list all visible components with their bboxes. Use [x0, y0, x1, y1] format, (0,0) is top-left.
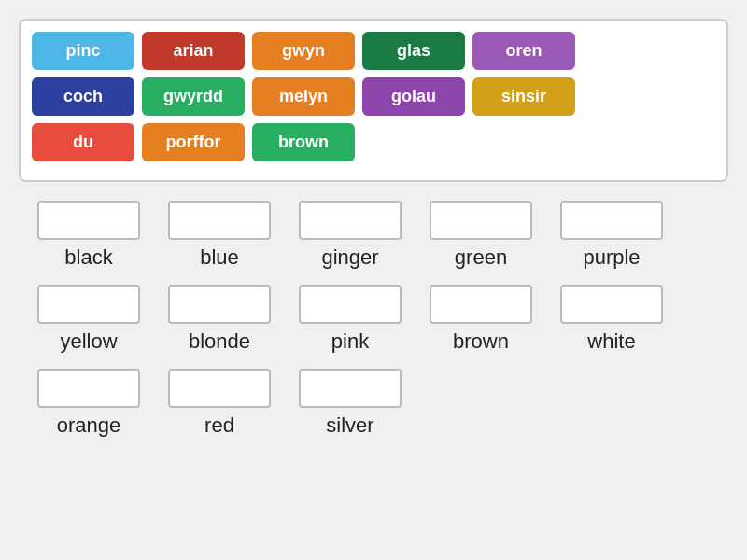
- answer-box-green[interactable]: [430, 201, 532, 240]
- answer-label-silver: silver: [326, 413, 374, 438]
- answer-label-red: red: [204, 413, 234, 438]
- word-tag-porffor[interactable]: porffor: [142, 123, 245, 161]
- answer-label-white: white: [587, 329, 635, 354]
- answer-row-1: yellowblondepinkbrownwhite: [28, 285, 719, 354]
- answer-label-blonde: blonde: [189, 329, 250, 354]
- answer-item-purple: purple: [551, 201, 672, 270]
- answer-row-0: blackbluegingergreenpurple: [28, 201, 719, 270]
- answer-item-green: green: [420, 201, 542, 270]
- word-tag-melyn[interactable]: melyn: [252, 77, 355, 116]
- answer-group-2: orangeredsilver: [28, 369, 719, 438]
- answer-item-black: black: [28, 201, 149, 270]
- answer-section: blackbluegingergreenpurpleyellowblondepi…: [19, 201, 728, 438]
- answer-label-yellow: yellow: [60, 329, 117, 354]
- word-tag-coch[interactable]: coch: [32, 77, 134, 116]
- answer-box-purple[interactable]: [560, 201, 663, 240]
- answer-label-ginger: ginger: [321, 245, 378, 270]
- answer-label-green: green: [455, 245, 507, 270]
- answer-item-ginger: ginger: [289, 201, 411, 270]
- word-tag-du[interactable]: du: [32, 123, 134, 161]
- word-tag-brown[interactable]: brown: [252, 123, 355, 161]
- answer-group-1: yellowblondepinkbrownwhite: [28, 285, 719, 354]
- answer-label-black: black: [64, 245, 112, 270]
- main-container: pincariangwynglasorencochgwyrddmelyngola…: [19, 19, 728, 453]
- word-tag-golau[interactable]: golau: [362, 77, 465, 116]
- answer-label-pink: pink: [331, 329, 369, 354]
- word-bank-row-1: cochgwyrddmelyngolausinsir: [32, 77, 715, 116]
- answer-item-brown: brown: [420, 285, 542, 354]
- word-tag-sinsir[interactable]: sinsir: [472, 77, 575, 116]
- answer-item-blonde: blonde: [159, 285, 280, 354]
- word-tag-gwyn[interactable]: gwyn: [252, 32, 355, 70]
- answer-label-orange: orange: [57, 413, 121, 438]
- answer-box-pink[interactable]: [299, 285, 402, 324]
- answer-item-blue: blue: [159, 201, 280, 270]
- word-bank-row-2: duporfforbrown: [32, 123, 715, 161]
- answer-box-orange[interactable]: [37, 369, 140, 408]
- answer-item-silver: silver: [289, 369, 411, 438]
- answer-item-orange: orange: [28, 369, 149, 438]
- word-bank: pincariangwynglasorencochgwyrddmelyngola…: [19, 19, 728, 182]
- answer-row-2: orangeredsilver: [28, 369, 719, 438]
- word-tag-pinc[interactable]: pinc: [32, 32, 134, 70]
- word-tag-arian[interactable]: arian: [142, 32, 245, 70]
- word-tag-oren[interactable]: oren: [472, 32, 575, 70]
- word-tag-glas[interactable]: glas: [362, 32, 465, 70]
- answer-item-pink: pink: [289, 285, 411, 354]
- answer-box-blonde[interactable]: [168, 285, 271, 324]
- answer-box-black[interactable]: [37, 201, 140, 240]
- answer-label-purple: purple: [583, 245, 640, 270]
- answer-group-0: blackbluegingergreenpurple: [28, 201, 719, 270]
- word-bank-row-0: pincariangwynglasoren: [32, 32, 715, 70]
- answer-box-silver[interactable]: [299, 369, 402, 408]
- answer-box-white[interactable]: [560, 285, 663, 324]
- answer-item-yellow: yellow: [28, 285, 149, 354]
- answer-label-blue: blue: [200, 245, 239, 270]
- word-tag-gwyrdd[interactable]: gwyrdd: [142, 77, 245, 116]
- answer-item-red: red: [159, 369, 280, 438]
- answer-box-blue[interactable]: [168, 201, 271, 240]
- answer-box-brown[interactable]: [430, 285, 532, 324]
- answer-box-red[interactable]: [168, 369, 271, 408]
- answer-item-white: white: [551, 285, 672, 354]
- answer-box-yellow[interactable]: [37, 285, 140, 324]
- answer-label-brown: brown: [453, 329, 509, 354]
- answer-box-ginger[interactable]: [299, 201, 402, 240]
